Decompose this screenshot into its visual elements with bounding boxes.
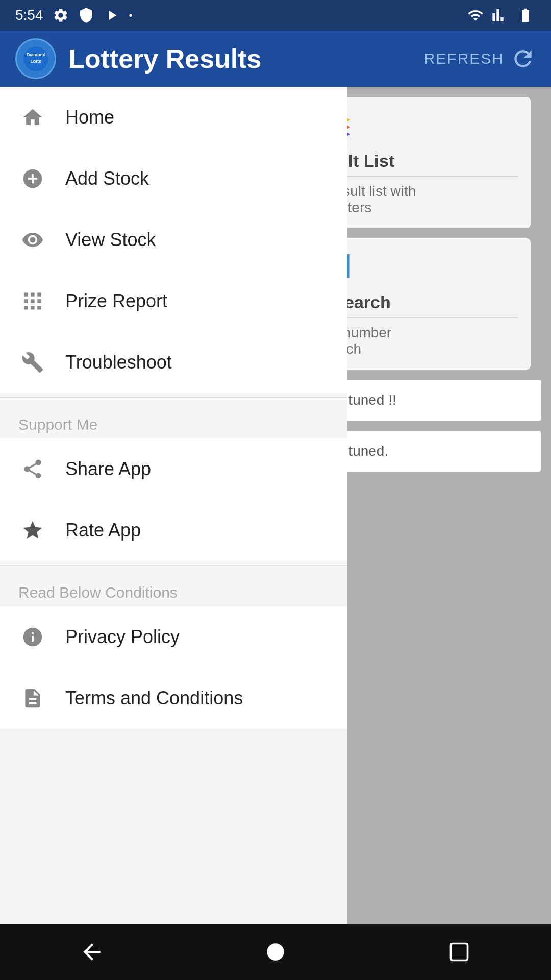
app-title: Lottery Results: [68, 43, 424, 74]
wifi-icon: [466, 7, 485, 23]
nav-label-add-stock: Add Stock: [65, 168, 149, 189]
status-right: [466, 7, 536, 23]
settings-icon: [53, 7, 69, 23]
nav-label-home: Home: [65, 107, 114, 128]
status-left: 5:54 •: [15, 7, 133, 23]
refresh-label: REFRESH: [424, 50, 504, 67]
shield-icon: [78, 7, 94, 23]
result-list-text: e result list withay filters: [318, 183, 518, 216]
nav-item-share-app[interactable]: Share App: [0, 438, 347, 500]
dot-indicator: •: [129, 10, 133, 21]
nav-item-terms[interactable]: Terms and Conditions: [0, 668, 347, 729]
svg-text:Lotto: Lotto: [30, 59, 42, 64]
nav-label-prize-report: Prize Report: [65, 290, 167, 312]
add-circle-icon: [18, 164, 47, 193]
nav-item-home[interactable]: Home: [0, 87, 347, 148]
nav-item-add-stock[interactable]: Add Stock: [0, 148, 347, 209]
app-logo: Diamond Lotto: [15, 38, 56, 79]
back-button[interactable]: [71, 932, 112, 972]
battery-icon: [515, 7, 536, 23]
nav-label-privacy-policy: Privacy Policy: [65, 626, 180, 648]
document-icon: [18, 684, 47, 713]
status-bar: 5:54 •: [0, 0, 551, 31]
result-list-title: esult List: [318, 151, 518, 177]
nav-item-troubleshoot[interactable]: Troubleshoot: [0, 332, 347, 393]
svg-text:Diamond: Diamond: [26, 52, 45, 57]
recent-apps-button[interactable]: [439, 932, 480, 972]
wrench-icon: [18, 348, 47, 377]
grid-icon: [18, 287, 47, 315]
divider-1: [0, 397, 347, 398]
home-icon: [18, 103, 47, 132]
nav-label-view-stock: View Stock: [65, 229, 156, 251]
app-bar: Diamond Lotto Lottery Results REFRESH: [0, 31, 551, 87]
logo-icon: Diamond Lotto: [22, 45, 50, 73]
refresh-button[interactable]: REFRESH: [424, 46, 536, 71]
svg-rect-11: [451, 944, 468, 961]
share-icon: [18, 455, 47, 483]
main-container: esult List e result list withay filters …: [0, 87, 551, 980]
stock-search-text: r to numbersearch: [318, 325, 518, 357]
signal-icon: [492, 7, 508, 23]
status-time: 5:54: [15, 7, 43, 23]
divider-2: [0, 565, 347, 566]
nav-item-prize-report[interactable]: Prize Report: [0, 271, 347, 332]
nav-item-privacy-policy[interactable]: Privacy Policy: [0, 606, 347, 668]
info-icon: [18, 623, 47, 651]
support-me-header: Support Me: [0, 402, 347, 438]
stock-search-title: k Search: [318, 292, 518, 318]
nav-item-view-stock[interactable]: View Stock: [0, 209, 347, 271]
play-icon: [104, 7, 120, 23]
navigation-drawer: Home Add Stock View Stock: [0, 87, 347, 980]
nav-label-rate-app: Rate App: [65, 520, 141, 541]
nav-label-share-app: Share App: [65, 458, 151, 480]
svg-point-10: [267, 943, 284, 960]
refresh-icon: [510, 46, 536, 71]
conditions-header: Read Below Conditions: [0, 570, 347, 606]
nav-item-rate-app[interactable]: Rate App: [0, 500, 347, 561]
home-button[interactable]: [255, 932, 296, 972]
bottom-navigation: [0, 924, 551, 980]
nav-label-terms: Terms and Conditions: [65, 688, 243, 709]
star-icon: [18, 516, 47, 545]
eye-icon: [18, 226, 47, 254]
nav-label-troubleshoot: Troubleshoot: [65, 352, 172, 373]
